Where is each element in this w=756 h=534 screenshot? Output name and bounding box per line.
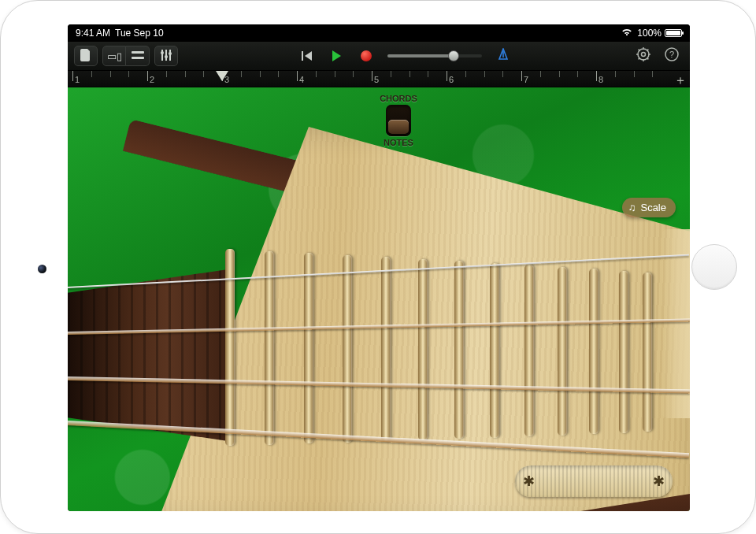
app-toolbar: ▭▯ bbox=[68, 42, 690, 70]
string-3[interactable] bbox=[68, 376, 690, 394]
ruler-bar-label: 8 bbox=[598, 75, 603, 84]
svg-text:?: ? bbox=[669, 50, 674, 59]
svg-rect-0 bbox=[132, 51, 144, 54]
status-date: Tue Sep 10 bbox=[115, 28, 164, 39]
track-controls-button[interactable] bbox=[154, 46, 178, 66]
status-bar: 9:41 AM Tue Sep 10 100% bbox=[68, 24, 690, 42]
svg-point-4 bbox=[169, 52, 172, 55]
switch-label-top: CHORDS bbox=[367, 94, 430, 103]
volume-fill bbox=[387, 54, 454, 57]
skip-back-icon bbox=[302, 51, 312, 61]
tracks-icon bbox=[132, 50, 144, 62]
record-button[interactable] bbox=[354, 46, 378, 66]
flower-icon-left: ✱ bbox=[523, 473, 535, 490]
switch-knob[interactable] bbox=[388, 120, 409, 134]
metronome-button[interactable] bbox=[491, 46, 515, 66]
timeline-ruler[interactable]: ＋ 12345678 bbox=[68, 70, 690, 87]
master-volume-slider[interactable] bbox=[387, 54, 482, 57]
sliders-icon bbox=[161, 50, 172, 63]
tracks-view-button[interactable] bbox=[126, 46, 150, 66]
svg-rect-1 bbox=[132, 57, 144, 59]
battery-percent: 100% bbox=[637, 28, 662, 39]
front-camera bbox=[38, 265, 46, 273]
record-icon bbox=[361, 50, 372, 61]
settings-button[interactable] bbox=[632, 46, 655, 66]
ruler-bar-label: 4 bbox=[299, 75, 304, 84]
switch-label-bottom: NOTES bbox=[367, 138, 430, 147]
add-section-button[interactable]: ＋ bbox=[674, 72, 687, 89]
grid-icon: ▭▯ bbox=[107, 50, 122, 62]
string-2[interactable] bbox=[68, 318, 690, 335]
volume-knob[interactable] bbox=[448, 50, 459, 61]
home-button[interactable] bbox=[691, 244, 737, 290]
ruler-bar-label: 1 bbox=[75, 75, 80, 84]
ruler-bar-label: 2 bbox=[150, 75, 154, 84]
svg-point-3 bbox=[165, 55, 168, 58]
go-to-beginning-button[interactable] bbox=[295, 46, 318, 66]
music-notes-icon: ♫ bbox=[628, 202, 636, 213]
flower-icon-right: ✱ bbox=[653, 473, 665, 490]
strings[interactable] bbox=[68, 273, 690, 438]
battery-indicator: 100% bbox=[637, 28, 682, 39]
instrument-browser-button[interactable]: ▭▯ bbox=[102, 46, 126, 66]
help-icon: ? bbox=[665, 47, 679, 65]
play-button[interactable] bbox=[323, 46, 350, 66]
instrument-stage: CHORDS NOTES ♫ Scale ✱ ✱ bbox=[68, 87, 690, 511]
view-toggle-group: ▭▯ bbox=[102, 46, 150, 66]
ruler-bar-label: 6 bbox=[449, 75, 454, 84]
playhead[interactable] bbox=[216, 71, 228, 81]
screen: 9:41 AM Tue Sep 10 100% bbox=[68, 24, 690, 511]
play-icon bbox=[332, 50, 341, 61]
ruler-bar-label: 7 bbox=[524, 75, 528, 84]
document-icon bbox=[80, 49, 91, 64]
wifi-icon bbox=[621, 28, 632, 39]
scale-button[interactable]: ♫ Scale bbox=[622, 198, 676, 217]
svg-point-6 bbox=[642, 53, 646, 57]
metronome-icon bbox=[497, 48, 510, 64]
ruler-bar-label: 5 bbox=[374, 75, 379, 84]
scale-label: Scale bbox=[640, 202, 666, 213]
help-button[interactable]: ? bbox=[660, 46, 684, 66]
chords-notes-switch[interactable]: CHORDS NOTES bbox=[367, 94, 430, 147]
my-songs-button[interactable] bbox=[74, 46, 98, 66]
svg-point-2 bbox=[161, 51, 164, 54]
gear-icon bbox=[636, 47, 650, 65]
ipad-frame: 9:41 AM Tue Sep 10 100% bbox=[0, 0, 756, 534]
status-time: 9:41 AM bbox=[76, 28, 110, 39]
pitch-wheel[interactable]: ✱ ✱ bbox=[515, 465, 673, 497]
